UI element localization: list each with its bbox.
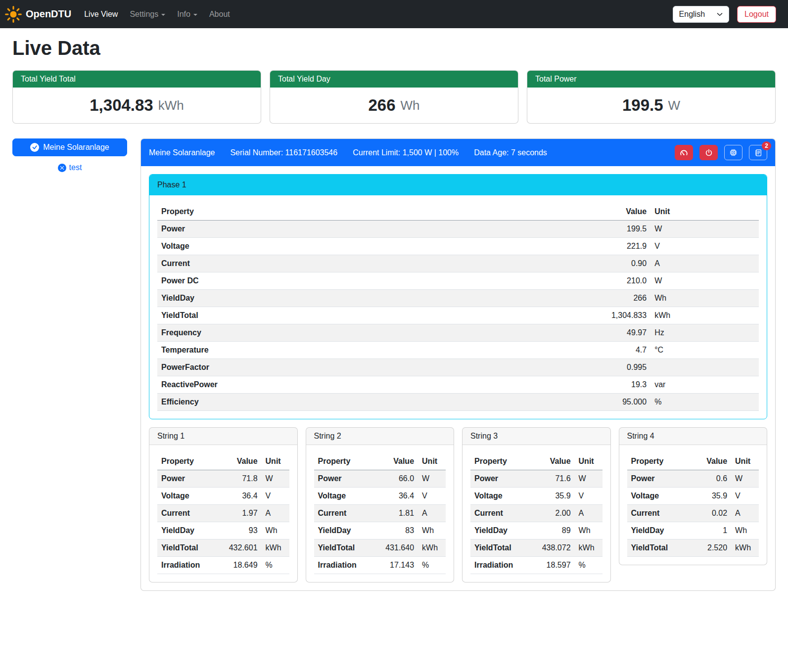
property-name: YieldTotal [314,539,375,557]
logout-button[interactable]: Logout [737,6,776,23]
inverter-current-limit: Current Limit: 1,500 W | 100% [353,148,459,157]
property-name: Current [627,505,688,522]
property-value: 2.00 [531,505,575,522]
property-unit: Wh [575,522,603,539]
limit-settings-button[interactable] [675,145,693,160]
column-header-property: Property [157,453,218,470]
property-unit: kWh [650,307,759,324]
property-value: 0.02 [688,505,731,522]
check-circle-icon [30,143,39,152]
string-table: PropertyValueUnitPower66.0WVoltage36.4VC… [314,453,446,574]
property-name: Power DC [157,272,548,290]
property-name: Current [314,505,375,522]
property-value: 66.0 [374,470,418,488]
property-value: 35.9 [688,488,731,505]
property-value: 89 [531,522,575,539]
x-circle-icon [58,164,66,172]
column-header-property: Property [470,453,531,470]
phase-table-body: Power199.5WVoltage221.9VCurrent0.90APowe… [157,221,759,411]
property-unit: W [262,470,289,488]
chevron-down-icon [717,11,723,17]
property-name: Voltage [314,488,375,505]
table-row: Current0.02A [627,505,759,522]
nav-item-info[interactable]: Info [171,6,203,23]
table-row: YieldTotal2.520kWh [627,539,759,557]
string-card: String 4PropertyValueUnitPower0.6WVoltag… [619,427,768,565]
table-row: Voltage36.4V [314,488,446,505]
inverter-select-label: Meine Solaranlage [43,143,109,152]
event-log-button[interactable]: 2 [749,145,767,160]
nav-item-about[interactable]: About [203,6,236,23]
inverter-action-buttons: 2 [675,145,767,160]
table-row: YieldDay1Wh [627,522,759,539]
inverter-select-button[interactable]: Meine Solaranlage [12,138,127,156]
phase-table: Property Value Unit Power199.5WVoltage22… [157,203,759,411]
property-value: 19.3 [548,376,650,394]
string-card: String 3PropertyValueUnitPower71.6WVolta… [462,427,611,582]
strings-row: String 1PropertyValueUnitPower71.8WVolta… [149,427,767,582]
nav-item-live-view[interactable]: Live View [78,6,124,23]
table-row: PowerFactor0.995 [157,359,759,376]
property-name: PowerFactor [157,359,548,376]
property-unit: Hz [650,324,759,342]
property-unit: V [262,488,289,505]
table-row: Current2.00A [470,505,603,522]
property-name: Efficiency [157,394,548,411]
property-name: Irradiation [157,557,218,574]
property-value: 71.6 [531,470,575,488]
device-info-button[interactable] [724,145,742,160]
summary-value: 1,304.83 [90,96,153,115]
power-toggle-button[interactable] [699,145,718,160]
property-unit: W [418,470,446,488]
column-header-unit: Unit [262,453,289,470]
property-value: 199.5 [548,221,650,238]
nav-info-label: Info [177,10,190,19]
inverter-test-label: test [69,163,82,172]
property-value: 1.81 [374,505,418,522]
string-table: PropertyValueUnitPower0.6WVoltage35.9VCu… [627,453,759,557]
property-value: 49.97 [548,324,650,342]
property-unit: V [575,488,603,505]
event-count-badge: 2 [762,141,771,150]
property-unit: A [262,505,289,522]
property-unit: kWh [731,539,759,557]
column-header-value: Value [218,453,262,470]
summary-card-total-power: Total Power 199.5 W [527,70,776,124]
column-header-unit: Unit [731,453,759,470]
property-name: Voltage [157,488,218,505]
string-card-body: PropertyValueUnitPower71.8WVoltage36.4VC… [149,445,297,582]
property-name: Temperature [157,342,548,359]
phase-section: Phase 1 Property Value Unit Power199.5WV… [149,174,767,419]
property-unit: °C [650,342,759,359]
power-icon [705,149,713,157]
property-name: Voltage [157,238,548,255]
inverter-name: Meine Solaranlage [149,148,215,157]
nav-item-settings[interactable]: Settings [124,6,171,23]
table-row: Power66.0W [314,470,446,488]
property-name: YieldTotal [627,539,688,557]
column-header-property: Property [314,453,375,470]
column-header-unit: Unit [575,453,603,470]
property-name: YieldDay [314,522,375,539]
property-unit: % [418,557,446,574]
table-row: YieldTotal432.601kWh [157,539,289,557]
property-unit: Wh [650,290,759,307]
table-row: Power199.5W [157,221,759,238]
inverter-test-link[interactable]: test [12,163,127,172]
table-row: Current1.97A [157,505,289,522]
property-name: Power [314,470,375,488]
property-value: 221.9 [548,238,650,255]
table-row: Power DC210.0W [157,272,759,290]
table-row: Current0.90A [157,255,759,272]
table-row: Power71.8W [157,470,289,488]
string-card-title: String 2 [306,428,454,445]
table-row: YieldDay83Wh [314,522,446,539]
property-value: 431.640 [374,539,418,557]
table-row: Temperature4.7°C [157,342,759,359]
column-header-value: Value [374,453,418,470]
language-select[interactable]: English [673,6,729,23]
table-row: Voltage36.4V [157,488,289,505]
table-row: Irradiation17.143% [314,557,446,574]
property-value: 1 [688,522,731,539]
brand-name: OpenDTU [26,8,71,20]
